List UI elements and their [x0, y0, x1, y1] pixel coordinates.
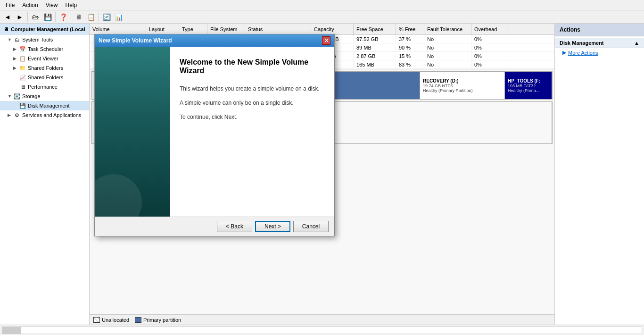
menu-view[interactable]: View [42, 1, 62, 9]
legend-unallocated-label: Unallocated [102, 317, 129, 323]
toolbar-btn3[interactable]: ❓ [58, 11, 69, 23]
legend-primary: Primary partition [135, 317, 181, 323]
menu-help[interactable]: Help [62, 1, 81, 9]
disk0-hp-tools[interactable]: HP_TOOLS (F: 103 MB FAT32 Healthy (Prima… [505, 72, 552, 99]
modal-desc1: This wizard helps you create a simple vo… [180, 84, 325, 93]
svc-icon: ⚙ [13, 111, 21, 119]
more-actions-arrow: ▶ [562, 50, 566, 56]
row3-overhead: 0% [471, 52, 509, 60]
actions-section: Disk Management ▲ ▶ More Actions [555, 36, 644, 59]
sidebar-item-system-tools[interactable]: ▼ 🗂 System Tools [0, 35, 89, 44]
sidebar: 🖥 Computer Management (Local ▼ 🗂 System … [0, 24, 90, 325]
svc-label: Services and Applications [22, 112, 81, 118]
col-type-header[interactable]: Type [179, 24, 207, 34]
legend-bar: Unallocated Primary partition [90, 314, 554, 325]
arrow-storage: ▼ [8, 94, 13, 99]
toolbar-btn5[interactable]: 📋 [85, 11, 97, 23]
disk-icon: 💾 [19, 102, 26, 109]
modal-close-button[interactable]: ✕ [322, 36, 330, 45]
legend-primary-label: Primary partition [143, 317, 181, 323]
shared-icon: 📁 [19, 64, 26, 72]
toolbar-btn4[interactable]: 🖥 [73, 11, 84, 23]
event-icon: 📋 [19, 55, 26, 62]
perf-icon: 📈 [19, 74, 26, 81]
toolbar-btn6[interactable]: 🔄 [101, 11, 112, 23]
sidebar-item-storage[interactable]: ▼ 💽 Storage [0, 92, 89, 101]
storage-icon: 💽 [13, 92, 21, 100]
actions-more-link[interactable]: ▶ More Actions [555, 48, 644, 57]
col-status-header[interactable]: Status [245, 24, 311, 34]
toolbar-forward[interactable]: ► [14, 11, 25, 23]
recovery-status: Healthy (Primary Partition) [423, 88, 502, 93]
cancel-button[interactable]: Cancel [293, 221, 329, 232]
toolbar-btn2[interactable]: 💾 [42, 11, 53, 23]
toolbar-btn7[interactable]: 📊 [113, 11, 124, 23]
toolbar-sep2 [55, 12, 56, 22]
event-label: Event Viewer [28, 56, 58, 61]
row1-pct: 37 % [396, 35, 424, 43]
modal-right-panel: Welcome to the New Simple Volume Wizard … [170, 47, 334, 217]
row3-free: 2.87 GB [354, 52, 396, 60]
toolbar-sep1 [27, 12, 28, 22]
arrow-svc: ▶ [8, 113, 13, 117]
hp-status: Healthy (Prima... [508, 88, 549, 93]
system-tools-label: System Tools [22, 37, 53, 42]
row1-free: 97.52 GB [354, 35, 396, 43]
sidebar-item-performance[interactable]: 📈 Shared Folders [0, 73, 89, 82]
menu-action[interactable]: Action [18, 1, 41, 9]
modal-desc2: A simple volume can only be on a single … [180, 99, 325, 107]
recovery-label: RECOVERY (D:) [423, 78, 502, 84]
modal-title: New Simple Volume Wizard [99, 37, 172, 44]
sidebar-root-label: Computer Management (Local [11, 26, 85, 32]
menu-file[interactable]: File [2, 1, 18, 9]
sidebar-item-disk-management[interactable]: 💾 Disk Management [0, 101, 89, 110]
disk0-recovery[interactable]: RECOVERY (D:) 19.74 GB NTFS Healthy (Pri… [420, 72, 505, 99]
arrow-task: ▶ [13, 47, 19, 51]
col-free-header[interactable]: Free Space [354, 24, 396, 34]
legend-unallocated-box [93, 317, 100, 323]
dev-label: Performance [28, 84, 58, 90]
col-capacity-header[interactable]: Capacity [311, 24, 354, 34]
col-volume-header[interactable]: Volume [90, 24, 146, 34]
sidebar-item-event-viewer[interactable]: ▶ 📋 Event Viewer [0, 54, 89, 63]
arrow-system-tools: ▼ [8, 37, 13, 42]
col-overhead-header[interactable]: Overhead [471, 24, 509, 34]
row3-fault: No [424, 52, 471, 60]
row1-fault: No [424, 35, 471, 43]
status-scrollbar[interactable] [2, 327, 642, 334]
modal-titlebar: New Simple Volume Wizard ✕ [95, 34, 334, 47]
sidebar-item-services[interactable]: ▶ ⚙ Services and Applications [0, 110, 89, 120]
status-bar [0, 325, 644, 335]
hp-label: HP_TOOLS (F: [508, 78, 549, 84]
row4-fault: No [424, 60, 471, 68]
toolbar-back[interactable]: ◄ [2, 11, 13, 23]
col-pct-header[interactable]: % Free [396, 24, 424, 34]
next-button[interactable]: Next > [255, 221, 290, 232]
col-layout-header[interactable]: Layout [146, 24, 179, 34]
back-button[interactable]: < Back [217, 221, 252, 232]
recovery-size: 19.74 GB NTFS [423, 84, 502, 88]
toolbar: ◄ ► 🗁 💾 ❓ 🖥 📋 🔄 📊 [0, 10, 644, 24]
actions-section-title[interactable]: Disk Management ▲ [555, 38, 644, 48]
actions-disk-mgmt-title: Disk Management [560, 40, 604, 46]
toolbar-sep3 [71, 12, 71, 22]
row4-overhead: 0% [471, 60, 509, 68]
modal-left-panel [95, 47, 170, 217]
modal-dialog: New Simple Volume Wizard ✕ Welcome to th… [94, 34, 335, 236]
modal-body: Welcome to the New Simple Volume Wizard … [95, 47, 334, 217]
actions-panel: Actions Disk Management ▲ ▶ More Actions [554, 24, 644, 325]
sidebar-item-task-scheduler[interactable]: ▶ 📅 Task Scheduler [0, 44, 89, 54]
col-filesystem-header[interactable]: File System [207, 24, 245, 34]
toolbar-sep4 [99, 12, 99, 22]
toolbar-btn1[interactable]: 🗁 [30, 11, 41, 23]
row1-overhead: 0% [471, 35, 509, 43]
computer-icon: 🖥 [2, 25, 9, 33]
sidebar-item-shared-folders[interactable]: ▶ 📁 Shared Folders [0, 63, 89, 73]
menu-bar: File Action View Help [0, 0, 644, 10]
col-fault-header[interactable]: Fault Tolerance [424, 24, 471, 34]
status-thumb [2, 327, 21, 334]
actions-header: Actions [555, 24, 644, 36]
sidebar-item-device-manager[interactable]: 🖥 Performance [0, 82, 89, 92]
disk-mgmt-label: Disk Management [28, 103, 70, 109]
legend-unallocated: Unallocated [93, 317, 129, 323]
